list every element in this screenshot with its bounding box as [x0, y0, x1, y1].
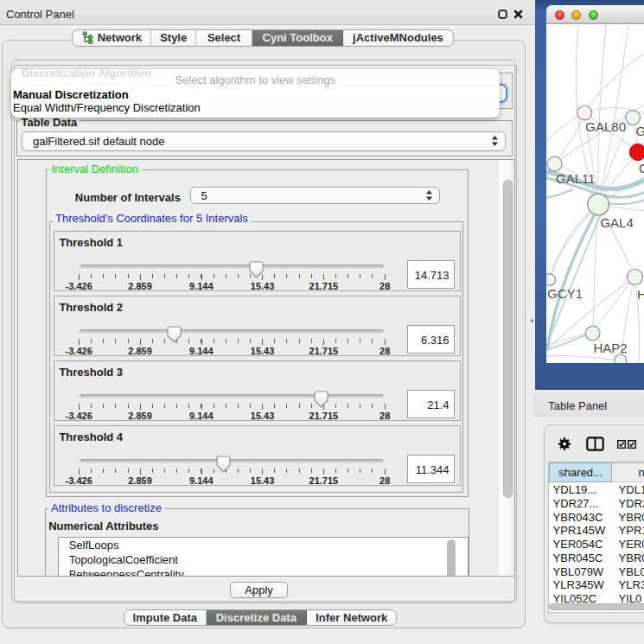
svg-text:GA: GA [635, 124, 644, 138]
svg-text:H: H [637, 287, 644, 302]
svg-text:GAL11: GAL11 [556, 171, 596, 186]
svg-text:GAL80: GAL80 [585, 119, 626, 134]
svg-text:HAP2: HAP2 [593, 341, 627, 355]
svg-text:C: C [638, 161, 643, 175]
svg-text:GAL4: GAL4 [600, 215, 633, 230]
svg-text:GCY1: GCY1 [547, 286, 583, 301]
